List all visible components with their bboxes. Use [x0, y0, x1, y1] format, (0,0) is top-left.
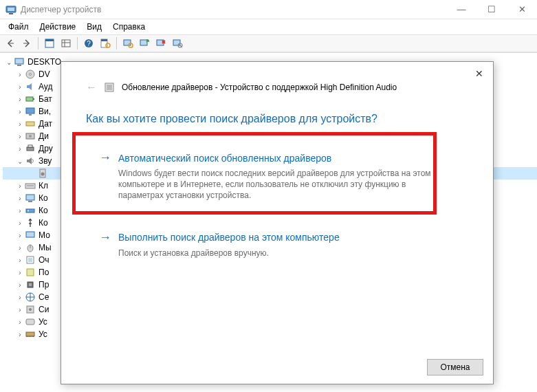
svg-point-25 — [30, 74, 32, 76]
minimize-button[interactable]: — — [446, 0, 476, 19]
svg-rect-22 — [15, 58, 23, 64]
tree-item-label: DV — [39, 69, 50, 79]
disk-icon — [25, 131, 36, 142]
tree-item-label: Пр — [39, 280, 49, 290]
sound-icon — [25, 155, 36, 166]
titlebar: Диспетчер устройств — ☐ ✕ — [0, 0, 537, 19]
tree-item-label: Кл — [39, 181, 48, 190]
tree-item-label: Мо — [39, 230, 50, 240]
device-icon — [104, 82, 115, 93]
menu-view[interactable]: Вид — [81, 21, 107, 33]
svg-rect-54 — [26, 319, 34, 325]
tree-item-label: Мы — [39, 243, 52, 252]
sys-icon — [25, 304, 36, 315]
dialog-question: Как вы хотите провести поиск драйверов д… — [86, 113, 468, 125]
close-button[interactable]: ✕ — [507, 0, 537, 19]
sw-icon — [25, 267, 36, 278]
cpu-icon — [25, 279, 36, 290]
options-button[interactable] — [58, 36, 74, 51]
update-driver-dialog: ✕ ← Обновление драйверов - Устройство с … — [61, 61, 494, 384]
tree-item-label: Ко — [39, 193, 48, 203]
svg-point-32 — [29, 135, 32, 138]
queue-icon — [25, 254, 36, 265]
svg-rect-16 — [140, 40, 147, 45]
svg-rect-39 — [26, 195, 34, 200]
option-browse-title: Выполнить поиск драйверов на этом компью… — [118, 232, 340, 243]
svg-point-53 — [29, 308, 32, 311]
svg-rect-33 — [27, 147, 34, 151]
tree-item-label: Дат — [39, 119, 52, 129]
svg-rect-13 — [124, 40, 131, 45]
cancel-button[interactable]: Отмена — [427, 359, 483, 375]
tree-item-label: Ус — [39, 317, 47, 327]
uninstall-device-button[interactable] — [153, 36, 168, 51]
svg-rect-40 — [28, 201, 32, 202]
svg-rect-23 — [17, 65, 21, 66]
option-auto-desc: Windows будет вести поиск последних верс… — [118, 168, 435, 202]
menu-file[interactable]: Файл — [3, 21, 34, 33]
show-hidden-button[interactable] — [42, 36, 57, 51]
mouse-icon — [25, 242, 36, 253]
svg-rect-28 — [26, 108, 34, 113]
hid-icon — [25, 316, 36, 327]
svg-rect-29 — [29, 114, 32, 116]
tree-item-label: По — [39, 268, 49, 277]
audio-icon — [25, 81, 36, 92]
svg-rect-58 — [107, 85, 112, 90]
battery-icon — [25, 94, 36, 105]
svg-line-15 — [132, 47, 133, 47]
mem-icon — [25, 329, 36, 340]
properties-button[interactable] — [98, 36, 113, 51]
svg-rect-1 — [8, 8, 14, 11]
forward-button[interactable] — [19, 36, 34, 51]
svg-rect-4 — [45, 39, 54, 41]
back-button[interactable] — [3, 36, 18, 51]
usb-icon — [25, 217, 36, 228]
svg-rect-2 — [9, 13, 13, 14]
maximize-button[interactable]: ☐ — [476, 0, 507, 19]
toolbar: ? — [0, 34, 537, 52]
dialog-header-text: Обновление драйверов - Устройство с подд… — [122, 83, 397, 92]
svg-rect-47 — [28, 258, 32, 262]
menu-action[interactable]: Действие — [34, 21, 82, 33]
tree-item-label: Бат — [39, 94, 52, 104]
speaker-icon — [37, 168, 48, 179]
computer-icon — [25, 193, 36, 204]
sensor-icon — [25, 118, 36, 129]
svg-rect-30 — [26, 122, 34, 126]
svg-rect-50 — [29, 283, 32, 286]
dialog-back-button[interactable]: ← — [86, 81, 97, 94]
svg-rect-27 — [33, 98, 34, 100]
option-browse-desc: Поиск и установка драйверов вручную. — [118, 248, 435, 259]
svg-rect-26 — [26, 97, 33, 101]
network-icon — [25, 205, 36, 216]
monitor-icon — [25, 230, 36, 241]
dialog-close-button[interactable]: ✕ — [470, 66, 489, 81]
disable-device-button[interactable] — [170, 36, 185, 51]
tree-item-label: Зву — [39, 156, 52, 166]
tree-item-label: Ди — [39, 131, 49, 141]
option-auto-title: Автоматический поиск обновленных драйвер… — [118, 153, 331, 164]
arrow-right-icon: → — [99, 151, 111, 165]
tree-item-label: Ко — [39, 218, 48, 228]
help-button[interactable]: ? — [81, 36, 96, 51]
main-area: ⌄DESKTO›DV›Ауд›Бат›Ви,›Дат›Ди›Дру⌄Зву›Кл… — [0, 52, 537, 392]
dvd-icon — [25, 69, 36, 80]
update-driver-button[interactable] — [137, 36, 152, 51]
svg-rect-48 — [27, 269, 34, 276]
svg-rect-11 — [101, 39, 107, 41]
tree-item-label: Ауд — [39, 82, 52, 91]
svg-point-42 — [28, 210, 29, 212]
option-browse-local[interactable]: → Выполнить поиск драйверов на этом комп… — [86, 220, 468, 269]
svg-rect-41 — [26, 209, 34, 213]
tree-item-label: Се — [39, 292, 49, 302]
tree-item-label: Ко — [39, 206, 48, 215]
keyboard-icon — [25, 180, 36, 191]
scan-hardware-button[interactable] — [120, 36, 135, 51]
tree-item-label: Ус — [39, 329, 47, 339]
window-title: Диспетчер устройств — [21, 5, 101, 14]
option-auto-search[interactable]: → Автоматический поиск обновленных драйв… — [86, 140, 468, 212]
tree-item-label: Си — [39, 305, 49, 314]
menu-help[interactable]: Справка — [107, 21, 151, 33]
device-manager-icon — [6, 4, 17, 15]
